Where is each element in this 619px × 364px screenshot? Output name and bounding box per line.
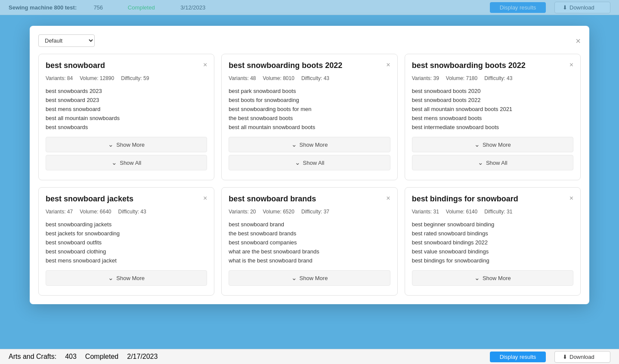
show-all-button[interactable]: Show All bbox=[412, 155, 573, 170]
keyword-card: best snowboarding boots 2022×Variants: 4… bbox=[221, 54, 397, 180]
list-item: best snowboard clothing bbox=[46, 247, 207, 256]
list-item: best jackets for snowboarding bbox=[46, 229, 207, 238]
card-header: best snowboarding boots 2022× bbox=[412, 61, 573, 70]
card-items-list: best snowboards 2023best snowboard 2023b… bbox=[46, 86, 207, 132]
card-meta-item: Volume: 7180 bbox=[446, 75, 477, 81]
card-title: best snowboarding boots 2022 bbox=[412, 61, 566, 70]
card-meta-item: Variants: 31 bbox=[412, 209, 439, 215]
list-item: best intermediate snowboard boots bbox=[412, 123, 573, 132]
card-meta-item: Volume: 8010 bbox=[263, 75, 294, 81]
card-meta: Variants: 84Volume: 12890Difficulty: 59 bbox=[46, 75, 207, 81]
list-item: best snowboarding boots for men bbox=[229, 105, 390, 114]
bottom-bar: Arts and Crafts: 403 Completed 2/17/2023… bbox=[0, 349, 619, 364]
list-item: best boots for snowboarding bbox=[229, 96, 390, 105]
bottom-label: Arts and Crafts: bbox=[9, 353, 56, 361]
card-items-list: best snowboarding jacketsbest jackets fo… bbox=[46, 220, 207, 265]
card-meta-item: Difficulty: 59 bbox=[121, 75, 149, 81]
keyword-card: best bindings for snowboard×Variants: 31… bbox=[405, 187, 581, 296]
show-more-button[interactable]: Show More bbox=[229, 137, 390, 152]
keyword-card: best snowboard jackets×Variants: 47Volum… bbox=[38, 187, 214, 296]
list-item: best mens snowboard boots bbox=[412, 114, 573, 123]
card-title: best snowboard bbox=[46, 61, 200, 70]
show-all-button[interactable]: Show All bbox=[229, 155, 390, 170]
list-item: best mens snowboard bbox=[46, 105, 207, 114]
list-item: the best snowboard brands bbox=[229, 229, 390, 238]
card-meta: Variants: 48Volume: 8010Difficulty: 43 bbox=[229, 75, 390, 81]
card-meta-item: Difficulty: 31 bbox=[484, 209, 512, 215]
card-meta-item: Variants: 20 bbox=[229, 209, 256, 215]
card-close-button[interactable]: × bbox=[203, 61, 207, 69]
card-title: best snowboarding boots 2022 bbox=[229, 61, 383, 70]
card-meta-item: Difficulty: 43 bbox=[484, 75, 512, 81]
chevron-down-icon bbox=[111, 159, 117, 167]
list-item: best all mountain snowboards bbox=[46, 114, 207, 123]
cards-grid: best snowboard×Variants: 84Volume: 12890… bbox=[38, 54, 581, 296]
bottom-number: 403 bbox=[65, 353, 77, 361]
list-item: best snowboards 2023 bbox=[46, 86, 207, 96]
card-meta-item: Variants: 47 bbox=[46, 209, 73, 215]
card-header: best snowboard brands× bbox=[229, 194, 390, 204]
card-close-button[interactable]: × bbox=[569, 61, 573, 69]
list-item: best snowboard boots 2022 bbox=[412, 96, 573, 105]
list-item: best snowboard 2023 bbox=[46, 96, 207, 105]
show-more-button[interactable]: Show More bbox=[412, 137, 573, 152]
chevron-down-icon bbox=[474, 274, 480, 282]
list-item: the best snowboard boots bbox=[229, 114, 390, 123]
chevron-down-icon bbox=[291, 141, 297, 148]
keyword-card: best snowboard×Variants: 84Volume: 12890… bbox=[38, 54, 214, 180]
chevron-down-icon bbox=[295, 159, 300, 167]
modal-background: DefaultAlphabeticalVolumeDifficulty × be… bbox=[0, 0, 619, 364]
keyword-card: best snowboard brands×Variants: 20Volume… bbox=[221, 187, 397, 296]
sort-select[interactable]: DefaultAlphabeticalVolumeDifficulty bbox=[38, 34, 95, 47]
card-close-button[interactable]: × bbox=[569, 194, 573, 202]
card-close-button[interactable]: × bbox=[203, 194, 207, 202]
card-close-button[interactable]: × bbox=[386, 61, 390, 69]
card-meta-item: Difficulty: 43 bbox=[301, 75, 329, 81]
card-title: best snowboard jackets bbox=[46, 194, 200, 204]
bottom-date: 2/17/2023 bbox=[127, 353, 158, 361]
bottom-status: Completed bbox=[85, 353, 118, 361]
list-item: best snowboarding jackets bbox=[46, 220, 207, 229]
chevron-down-icon bbox=[474, 141, 480, 148]
list-item: best beginner snowboard binding bbox=[412, 220, 573, 229]
keyword-card: best snowboarding boots 2022×Variants: 3… bbox=[405, 54, 581, 180]
list-item: what are the best snowboard brands bbox=[229, 247, 390, 256]
list-item: best mens snowboard jacket bbox=[46, 256, 207, 265]
show-more-button[interactable]: Show More bbox=[412, 270, 573, 286]
modal-close-button[interactable]: × bbox=[576, 37, 581, 45]
card-meta: Variants: 31Volume: 6140Difficulty: 31 bbox=[412, 209, 573, 215]
bottom-download-icon: ⬇ bbox=[563, 354, 567, 360]
show-more-button[interactable]: Show More bbox=[46, 137, 207, 152]
card-header: best snowboard× bbox=[46, 61, 207, 70]
card-title: best bindings for snowboard bbox=[412, 194, 566, 204]
card-meta-item: Variants: 48 bbox=[229, 75, 256, 81]
card-close-button[interactable]: × bbox=[386, 194, 390, 202]
list-item: best snowboard bindings 2022 bbox=[412, 238, 573, 247]
list-item: best bindings for snowboarding bbox=[412, 256, 573, 265]
card-meta-item: Volume: 6140 bbox=[446, 209, 477, 215]
card-meta-item: Volume: 6520 bbox=[263, 209, 294, 215]
card-header: best bindings for snowboard× bbox=[412, 194, 573, 204]
card-meta: Variants: 39Volume: 7180Difficulty: 43 bbox=[412, 75, 573, 81]
list-item: best snowboard outfits bbox=[46, 238, 207, 247]
list-item: best all mountain snowboard boots bbox=[229, 123, 390, 132]
list-item: best park snowboard boots bbox=[229, 86, 390, 96]
keyword-modal: DefaultAlphabeticalVolumeDifficulty × be… bbox=[30, 26, 589, 304]
card-items-list: best park snowboard bootsbest boots for … bbox=[229, 86, 390, 132]
chevron-down-icon bbox=[291, 274, 297, 282]
show-more-button[interactable]: Show More bbox=[229, 270, 390, 286]
chevron-down-icon bbox=[108, 274, 114, 282]
card-meta-item: Volume: 6640 bbox=[80, 209, 111, 215]
show-more-button[interactable]: Show More bbox=[46, 270, 207, 286]
list-item: best snowboards bbox=[46, 123, 207, 132]
bottom-display-results-button[interactable]: Display results bbox=[490, 352, 546, 362]
card-meta-item: Variants: 84 bbox=[46, 75, 73, 81]
show-all-button[interactable]: Show All bbox=[46, 155, 207, 170]
chevron-down-icon bbox=[478, 159, 483, 167]
list-item: what is the best snowboard brand bbox=[229, 256, 390, 265]
card-items-list: best beginner snowboard bindingbest rate… bbox=[412, 220, 573, 265]
list-item: best value snowboard bindings bbox=[412, 247, 573, 256]
bottom-download-button[interactable]: ⬇ Download bbox=[554, 351, 610, 363]
card-meta-item: Difficulty: 37 bbox=[301, 209, 329, 215]
list-item: best snowboard boots 2020 bbox=[412, 86, 573, 96]
